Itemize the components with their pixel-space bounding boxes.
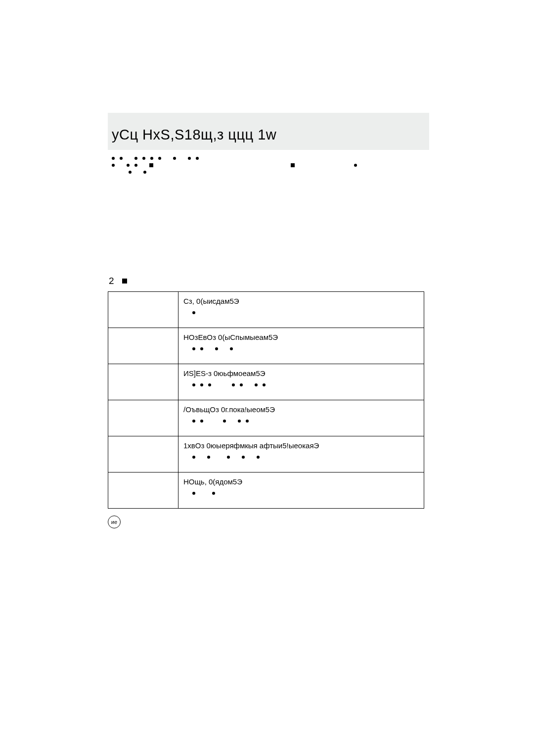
row-label-cell <box>108 472 178 508</box>
row-label-cell <box>108 400 178 436</box>
page-title: уСц НхS,S18щ,з ццц 1w <box>112 127 425 143</box>
table-row: НОзЕвОз 0(ыСпымыеам5Э <box>108 328 424 364</box>
section-marker-icon <box>122 279 127 284</box>
row-label-cell <box>108 328 178 364</box>
page-badge: ие <box>108 516 121 528</box>
section-number: 2 <box>109 276 114 286</box>
table-row: 1хвОз 0юыеряфмкыя афтыи5!ыеокаяЭ <box>108 436 424 472</box>
row-content-cell: НОщь, 0(ядом5Э <box>178 472 424 508</box>
table-row: НОщь, 0(ядом5Э <box>108 472 424 508</box>
section-label: 2 <box>108 276 429 286</box>
table-row: /ОъвьщОз 0г.пока!ыеом5Э <box>108 400 424 436</box>
row-content-cell: 1хвОз 0юыеряфмкыя афтыи5!ыеокаяЭ <box>178 436 424 472</box>
row-content-cell: ИS]ES-з 0юьфмоеам5Э <box>178 364 424 400</box>
row-content-cell: /ОъвьщОз 0г.пока!ыеом5Э <box>178 400 424 436</box>
row-label-cell <box>108 364 178 400</box>
row-label-cell <box>108 436 178 472</box>
row-content-cell: НОзЕвОз 0(ыСпымыеам5Э <box>178 328 424 364</box>
document-page: уСц НхS,S18щ,з ццц 1w <box>108 113 429 528</box>
header-band: уСц НхS,S18щ,з ццц 1w <box>108 113 429 150</box>
table-row: Сз, 0(ыисдам5Э <box>108 292 424 328</box>
header-sub-dots <box>108 150 429 175</box>
row-content-cell: Сз, 0(ыисдам5Э <box>178 292 424 328</box>
content-table: Сз, 0(ыисдам5Э НОзЕвОз 0(ыСпымыеам5Э И <box>108 291 424 509</box>
table-row: ИS]ES-з 0юьфмоеам5Э <box>108 364 424 400</box>
row-label-cell <box>108 292 178 328</box>
